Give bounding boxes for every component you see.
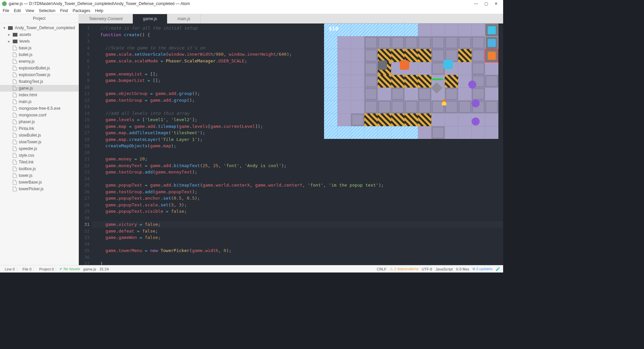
file-icon <box>13 72 17 77</box>
tree-file-explosionTower-js[interactable]: explosionTower.js <box>0 71 78 78</box>
app-icon <box>2 1 7 6</box>
hp-bar <box>431 79 443 80</box>
placed-tower <box>378 60 387 70</box>
editor-area: Telemetry Consentgame.jsmain.js 12345678… <box>79 14 503 265</box>
file-icon <box>13 173 17 178</box>
file-icon <box>13 187 17 191</box>
tree-file-tower-js[interactable]: tower.js <box>0 172 78 179</box>
file-icon <box>13 52 17 57</box>
tower-picker <box>486 24 498 62</box>
tree-file-style-css[interactable]: style.css <box>0 152 78 159</box>
status-issues[interactable]: ✔ No Issues <box>59 267 80 271</box>
placed-tower <box>443 60 453 69</box>
status-filename[interactable]: game.js <box>83 267 96 271</box>
maximize-button[interactable]: ▢ <box>481 1 491 6</box>
tree-file-towerPicker-js[interactable]: towerPicker.js <box>0 186 78 192</box>
tree-file-phaser-js[interactable]: phaser.js <box>0 118 78 125</box>
status-deprecations[interactable]: ⚠ 2 deprecations <box>390 267 418 271</box>
status-line[interactable]: Line 0 <box>3 267 17 271</box>
tree-file-slowBullet-js[interactable]: slowBullet.js <box>0 132 78 139</box>
file-icon <box>13 79 17 84</box>
tree-file-bullet-js[interactable]: bullet.js <box>0 51 78 58</box>
status-file[interactable]: File 0 <box>20 267 34 271</box>
file-tree[interactable]: ▾Andy_Tower_Defense_completed▸assets▸lev… <box>0 23 78 194</box>
tree-file-mongoose-free-6-5-exe[interactable]: mongoose-free-6.5.exe <box>0 105 78 112</box>
minimize-button[interactable]: — <box>471 1 481 6</box>
folder-icon <box>13 40 17 43</box>
tree-file-towerBase-js[interactable]: towerBase.js <box>0 179 78 186</box>
game-money: $10 <box>329 26 338 32</box>
file-icon <box>13 46 17 50</box>
tower-option-slow[interactable] <box>486 37 498 49</box>
file-icon <box>13 119 17 124</box>
file-icon <box>13 166 17 171</box>
gutter: 1234567891011121314151617181920212223242… <box>79 23 92 265</box>
status-encoding[interactable]: UTF-8 <box>422 267 432 271</box>
file-icon <box>13 66 17 70</box>
menu-selection[interactable]: Selection <box>39 8 55 13</box>
menu-find[interactable]: Find <box>60 8 68 13</box>
tree-file-index-html[interactable]: index.html <box>0 92 78 98</box>
placed-tower <box>400 60 409 70</box>
folder-icon <box>13 33 17 37</box>
status-language[interactable]: JavaScript <box>435 267 452 271</box>
menu-help[interactable]: Help <box>95 8 103 13</box>
menu-packages[interactable]: Packages <box>73 8 91 13</box>
game-preview-overlay: $10 <box>324 23 498 139</box>
status-updates[interactable]: ⧉ 3 updates <box>473 267 492 271</box>
file-icon <box>13 86 17 91</box>
folder-icon <box>8 26 13 30</box>
tree-file-toolbox-js[interactable]: toolbox.js <box>0 165 78 172</box>
tree-file-slowTower-js[interactable]: slowTower.js <box>0 139 78 145</box>
tree-file-base-js[interactable]: base.js <box>0 45 78 51</box>
menu-file[interactable]: File <box>3 8 9 13</box>
status-git-files[interactable]: ⎘ 0 files <box>456 267 469 271</box>
sidebar-header: Project <box>0 14 78 23</box>
project-sidebar: Project ▾Andy_Tower_Defense_completed▸as… <box>0 14 79 265</box>
tree-root[interactable]: ▾Andy_Tower_Defense_completed <box>0 24 78 31</box>
close-button[interactable]: ✕ <box>491 1 501 6</box>
file-icon <box>13 153 17 158</box>
menu-view[interactable]: View <box>25 8 34 13</box>
tab-bar: Telemetry Consentgame.jsmain.js <box>79 14 503 23</box>
tree-file-Pinta-lnk[interactable]: Pinta.lnk <box>0 125 78 132</box>
tab-telemetry-consent[interactable]: Telemetry Consent <box>79 14 133 23</box>
enemy-sprite <box>472 99 480 107</box>
status-eol[interactable]: CRLF <box>377 267 386 271</box>
tree-file-floatingText-js[interactable]: floatingText.js <box>0 78 78 85</box>
tree-file-main-js[interactable]: main.js <box>0 98 78 105</box>
file-icon <box>13 59 17 64</box>
file-icon <box>13 106 17 111</box>
menubar: FileEditViewSelectionFindPackagesHelp <box>0 7 503 14</box>
tree-file-game-js[interactable]: game.js <box>0 85 78 92</box>
file-icon <box>13 126 17 131</box>
tree-file-mongoose-conf[interactable]: mongoose.conf <box>0 112 78 118</box>
window-title: game.js — D:\TDMaster\Andy_Tower_Defense… <box>9 1 190 6</box>
statusbar: Line 0 File 0 Project 0 ✔ No Issues game… <box>0 265 503 272</box>
tree-file-enemy-js[interactable]: enemy.js <box>0 58 78 65</box>
file-icon <box>13 99 17 104</box>
file-icon <box>13 133 17 138</box>
status-cursor[interactable]: 31:24 <box>100 267 109 271</box>
status-beaker-icon[interactable]: 🧪 <box>496 267 500 271</box>
status-project[interactable]: Project 0 <box>37 267 56 271</box>
tower-option-ice[interactable] <box>486 24 498 36</box>
enemy-sprite <box>468 81 476 89</box>
tab-game-js[interactable]: game.js <box>133 14 167 23</box>
file-icon <box>13 113 17 117</box>
file-icon <box>13 146 17 151</box>
titlebar: game.js — D:\TDMaster\Andy_Tower_Defense… <box>0 0 503 7</box>
file-icon <box>13 180 17 185</box>
enemy-sprite <box>472 117 480 126</box>
tab-main-js[interactable]: main.js <box>167 14 201 23</box>
tree-file-explosionBullet-js[interactable]: explosionBullet.js <box>0 65 78 71</box>
tree-folder-assets[interactable]: ▸assets <box>0 31 78 38</box>
tree-file-Tiled-lnk[interactable]: Tiled.lnk <box>0 159 78 165</box>
file-icon <box>13 160 17 164</box>
file-icon <box>13 93 17 97</box>
tower-option-fire[interactable] <box>486 50 498 62</box>
tree-file-speeder-js[interactable]: speeder.js <box>0 145 78 152</box>
tree-folder-levels[interactable]: ▸levels <box>0 38 78 45</box>
menu-edit[interactable]: Edit <box>14 8 21 13</box>
file-icon <box>13 140 17 144</box>
